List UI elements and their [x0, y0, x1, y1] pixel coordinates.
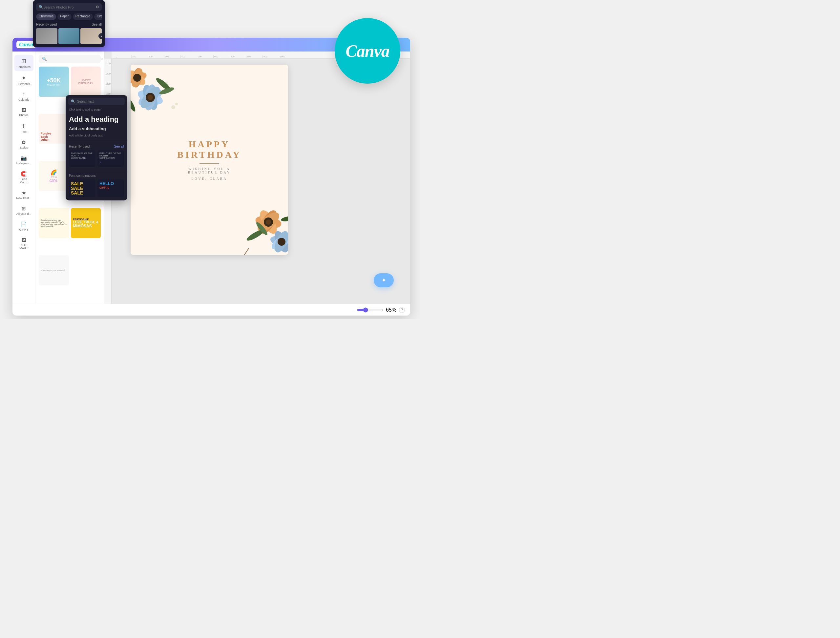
chip-christmas[interactable]: Christmas [36, 13, 56, 20]
chip-rectangle[interactable]: Rectangle [73, 13, 93, 20]
canvas-card[interactable]: HAPPY BIRTHDAY WISHING YOU A BEAUTIFUL D… [131, 65, 288, 255]
zoom-bar: − 65% ? [13, 304, 410, 316]
floral-top-left [131, 65, 209, 150]
template-card-forgive[interactable]: ForgiveEachOther [39, 114, 69, 144]
hello-combo-card[interactable]: HELLO darling [98, 179, 124, 197]
text-label: Text [21, 130, 27, 134]
zoom-help-button[interactable]: ? [399, 307, 405, 313]
sidebar-item-styles[interactable]: ✿ Styles [14, 137, 33, 152]
photo-recently-used: Recently used See all [36, 23, 102, 26]
sale-combo-card[interactable]: SALESALESALE [69, 179, 95, 197]
font-combos-divider [66, 171, 127, 171]
add-subheading-button[interactable]: Add a subheading [66, 125, 127, 133]
svg-point-6 [148, 95, 153, 100]
lead-mag-icon: 🧲 [21, 171, 27, 177]
canva-logo-text: Canva [345, 41, 389, 61]
darling-text: darling [100, 186, 122, 189]
lead-mag-label: Lead Mag... [16, 177, 32, 184]
completion-card[interactable]: EMPLOYEE OF THE MONTH COMPLETION › [98, 150, 124, 167]
sidebar-item-new-feat[interactable]: ★ New Feat... [14, 187, 33, 202]
tc-birthday-text: HAPPY BIRTHDAY [78, 78, 93, 85]
uploads-label: Uploads [18, 98, 29, 101]
tc-friendship-text: FRIENDSHIP LOVE, TRUST, & MIMOSAS [73, 218, 98, 228]
completion-top: EMPLOYEE OF THE MONTH [100, 152, 122, 157]
chip-paper[interactable]: Paper [57, 13, 71, 20]
ruler-tick-0: 0 [115, 55, 131, 58]
styles-icon: ✿ [22, 139, 26, 145]
card-text-area: HAPPY BIRTHDAY WISHING YOU A BEAUTIFUL D… [177, 139, 241, 180]
see-all-link[interactable]: See all [92, 23, 102, 26]
photo-search-bar[interactable]: 🔍 ⚙ [36, 3, 102, 11]
sale-text: SALESALESALE [71, 182, 93, 195]
sidebar-item-giphy[interactable]: 📄 GIPHY [14, 219, 33, 234]
sidebar-item-photos[interactable]: 🖼 Photos [14, 105, 33, 119]
template-card-50k[interactable]: +50K THANK YOU [39, 66, 69, 97]
sidebar-item-templates[interactable]: ⊞ Templates [14, 55, 33, 71]
text-panel-search[interactable]: 🔍 [68, 98, 125, 105]
sidebar-item-text[interactable]: T Text [14, 120, 33, 136]
photo-thumb-1[interactable] [36, 28, 57, 44]
recently-used-see-all[interactable]: See all [114, 145, 124, 148]
zoom-slider[interactable] [357, 307, 383, 313]
panel-search-bar[interactable]: 🔍 For you ✕ ⚙ [39, 55, 101, 63]
template-card-birthday[interactable]: HAPPY BIRTHDAY [71, 66, 101, 97]
photo-next-button[interactable]: › [98, 33, 104, 39]
panel-clear-icon[interactable]: ✕ [100, 57, 103, 62]
text-search-input[interactable] [77, 100, 122, 103]
card-divider [199, 163, 219, 164]
card-love-text: LOVE, CLARA [177, 177, 241, 180]
ruler-tick-200: 200 [148, 55, 164, 58]
photos-icon: 🖼 [21, 107, 26, 113]
magic-button[interactable]: ✦ [374, 273, 394, 287]
font-combo-cards: SALESALESALE HELLO darling [66, 179, 127, 201]
template-card-beauty[interactable]: Beauty is what you can appreciate yourse… [39, 208, 69, 238]
template-card-quote[interactable]: Where we go one, we go all... [39, 255, 69, 285]
canva-logo-circle: Canva [335, 18, 400, 84]
add-body-button[interactable]: Add a little bit of body text [66, 133, 127, 140]
template-card-girl[interactable]: 🌈 It's a GIRL [39, 161, 69, 191]
all-label: All your d... [16, 212, 31, 215]
recently-used-label: Recently used [69, 145, 90, 148]
tc-50k-text: +50K [47, 77, 61, 84]
zoom-minus-icon[interactable]: − [352, 307, 354, 313]
photo-thumb-2[interactable] [59, 28, 80, 44]
sidebar-item-instagram[interactable]: 📷 Instagram... [14, 153, 33, 167]
search-icon: 🔍 [39, 5, 43, 9]
elements-label: Elements [18, 82, 30, 85]
ruler-tick-100: 100 [131, 55, 148, 58]
elements-icon: ✦ [21, 74, 26, 82]
sidebar-item-lead-mag[interactable]: 🧲 Lead Mag... [14, 168, 33, 186]
ruler-tick-800: 800 [246, 55, 263, 58]
magic-icon: ✦ [381, 278, 386, 283]
sidebar-item-all[interactable]: ⊞ All your d... [14, 203, 33, 218]
text-icon: T [22, 123, 25, 129]
cert-top: EMPLOYEE OF THE MONTH [71, 152, 93, 157]
tc-beauty-text: Beauty is what you can appreciate yourse… [41, 219, 67, 227]
ruler-tick-700: 700 [230, 55, 246, 58]
recently-used-cards: EMPLOYEE OF THE MONTH CERTIFICATE EMPLOY… [66, 150, 127, 170]
certificate-card[interactable]: EMPLOYEE OF THE MONTH CERTIFICATE [69, 150, 95, 167]
ruler-tick-1000: 1000 [279, 55, 295, 58]
template-card-friendship[interactable]: FRIENDSHIP LOVE, TRUST, & MIMOSAS [71, 208, 101, 238]
sidebar-item-elements[interactable]: ✦ Elements [14, 72, 33, 88]
ruler-tick-400: 400 [180, 55, 197, 58]
photo-search-panel: 🔍 ⚙ Christmas Paper Rectangle Circle › R… [33, 0, 105, 47]
photo-chips: Christmas Paper Rectangle Circle › [36, 13, 102, 20]
add-heading-button[interactable]: Add a heading [66, 114, 127, 125]
ruler-left-mark3: 300 [106, 82, 111, 85]
tc-50k-sub: THANK YOU [47, 84, 60, 86]
svg-point-31 [280, 215, 288, 222]
text-panel-divider [66, 141, 127, 141]
templates-icon: ⊞ [21, 57, 26, 65]
panel-search-input[interactable]: For you [49, 57, 98, 62]
chip-circle[interactable]: Circle [94, 13, 102, 20]
text-panel-hint: Click text to add to page [66, 108, 127, 114]
photo-search-input[interactable] [43, 5, 96, 9]
uploads-icon: ↑ [23, 92, 25, 98]
sidebar-item-image[interactable]: 🖼 THE IMAG... [14, 235, 33, 253]
sidebar-item-uploads[interactable]: ↑ Uploads [14, 89, 33, 104]
new-feat-icon: ★ [22, 190, 26, 196]
ruler-tick-900: 900 [263, 55, 279, 58]
hello-text: HELLO [100, 182, 122, 186]
filter-icon[interactable]: ⚙ [96, 5, 99, 9]
